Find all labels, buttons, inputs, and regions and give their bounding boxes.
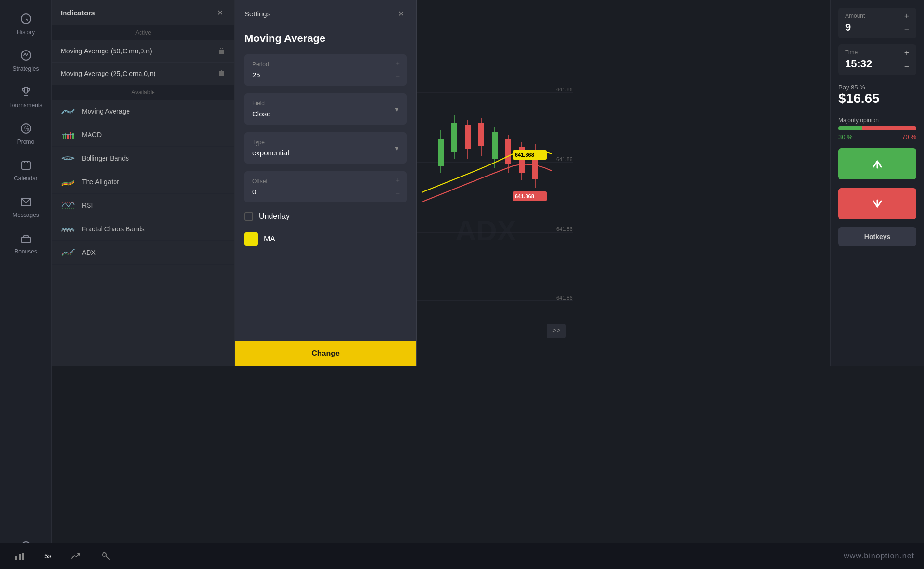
chart-area: 641.868 641.868 641.868 641.868: [417, 0, 573, 366]
sidebar-item-tournaments-label: Tournaments: [9, 102, 42, 109]
indicator-adx[interactable]: ADX: [52, 241, 234, 265]
pay-value: $16.65: [838, 91, 916, 106]
field-dropdown[interactable]: Field Close ▼: [244, 93, 407, 125]
sidebar-item-bonuses[interactable]: Bonuses: [0, 224, 51, 261]
bottom-bar-5s[interactable]: 5s: [39, 549, 56, 563]
period-field: Period 25 + −: [244, 54, 407, 86]
majority-green-pct: 30 %: [838, 133, 853, 140]
indicator-rsi[interactable]: RSI: [52, 194, 234, 217]
offset-field: Offset 0 + −: [244, 171, 407, 202]
sidebar-item-promo-label: Promo: [17, 139, 34, 145]
sidebar-item-calendar-label: Calendar: [14, 175, 38, 182]
active-indicator-1[interactable]: Moving Average (50,C,ma,0,n) 🗑: [52, 40, 234, 63]
type-dropdown[interactable]: Type exponential ▼: [244, 132, 407, 164]
majority-section: Majority opinion 30 % 70 %: [838, 115, 916, 142]
offset-plus-button[interactable]: +: [396, 176, 400, 185]
hotkeys-button[interactable]: Hotkeys: [838, 227, 916, 246]
active-indicator-2[interactable]: Moving Average (25,C,ema,0,n) 🗑: [52, 63, 234, 85]
sidebar-item-strategies-label: Strategies: [13, 65, 38, 72]
indicator-bollinger-bands[interactable]: Bollinger Bands: [52, 147, 234, 170]
sidebar-item-history[interactable]: History: [0, 5, 51, 41]
up-trade-button[interactable]: [838, 148, 916, 179]
settings-close-button[interactable]: ✕: [395, 8, 407, 19]
svg-rect-64: [22, 553, 24, 560]
ma-color-swatch[interactable]: [244, 232, 258, 246]
majority-values: 30 % 70 %: [838, 133, 916, 140]
majority-green-bar: [838, 126, 862, 130]
right-panel: Amount 9 + − Time 15:32 + − Pay 85 % $16…: [830, 0, 924, 366]
settings-indicator-name: Moving Average: [235, 27, 416, 45]
underlay-row: Underlay: [244, 210, 407, 223]
underlay-checkbox[interactable]: [244, 212, 253, 221]
promo-icon: %: [18, 120, 34, 137]
svg-rect-38: [451, 123, 457, 152]
bottom-bar-chart-icon[interactable]: [10, 548, 30, 564]
indicators-panel: Indicators ✕ Active Moving Average (50,C…: [52, 0, 235, 366]
svg-rect-36: [438, 139, 444, 166]
sidebar-item-messages[interactable]: Messages: [0, 188, 51, 224]
svg-rect-26: [417, 0, 573, 366]
svg-rect-6: [22, 162, 30, 169]
indicator-alligator[interactable]: The Alligator: [52, 170, 234, 194]
sidebar-item-promo[interactable]: % Promo: [0, 114, 51, 151]
svg-text:>>: >>: [552, 327, 560, 334]
majority-label: Majority opinion: [838, 117, 916, 124]
indicators-header: Indicators ✕: [52, 0, 234, 25]
svg-text:641.868: 641.868: [556, 87, 573, 92]
ma-color-row: MA: [244, 230, 407, 248]
indicator-macd[interactable]: MACD: [52, 123, 234, 147]
offset-minus-button[interactable]: −: [396, 189, 400, 198]
sidebar-item-messages-label: Messages: [13, 212, 39, 218]
amount-label: Amount: [845, 13, 910, 19]
bottom-bar-trend-icon[interactable]: [66, 548, 86, 564]
offset-label: Offset: [252, 178, 399, 185]
period-plus-button[interactable]: +: [396, 59, 400, 68]
indicator-moving-average[interactable]: Moving Average: [52, 100, 234, 123]
svg-rect-63: [19, 554, 21, 560]
amount-section: Amount 9 + −: [838, 8, 916, 38]
alligator-icon: [61, 177, 75, 187]
available-section-label: Available: [52, 85, 234, 100]
sidebar-item-tournaments[interactable]: Tournaments: [0, 78, 51, 114]
pay-section: Pay 85 % $16.65: [838, 81, 916, 109]
down-trade-button[interactable]: [838, 188, 916, 219]
active-section-label: Active: [52, 25, 234, 40]
svg-rect-42: [478, 123, 484, 146]
active-indicator-1-name: Moving Average (50,C,ma,0,n): [61, 47, 152, 55]
change-button[interactable]: Change: [235, 341, 416, 366]
majority-bar: [838, 126, 916, 130]
svg-text:641.868: 641.868: [556, 156, 573, 162]
left-sidebar: History Strategies Tournaments %: [0, 0, 52, 569]
svg-text:%: %: [24, 126, 29, 132]
watermark: www.binoption.net: [844, 552, 914, 560]
svg-rect-46: [505, 139, 511, 164]
delete-indicator-2-button[interactable]: 🗑: [218, 69, 226, 78]
time-section: Time 15:32 + −: [838, 44, 916, 75]
sidebar-item-history-label: History: [17, 29, 35, 36]
settings-title: Settings: [244, 10, 270, 18]
indicator-macd-label: MACD: [82, 131, 102, 139]
indicator-fractal-chaos[interactable]: Fractal Chaos Bands: [52, 217, 234, 241]
bonuses-icon: [18, 230, 34, 246]
sidebar-item-strategies[interactable]: Strategies: [0, 41, 51, 78]
svg-text:ADX: ADX: [455, 215, 516, 247]
bottom-bar-tools-icon[interactable]: [96, 548, 116, 564]
svg-rect-40: [465, 125, 471, 149]
moving-average-icon: [61, 106, 75, 116]
period-value: 25: [252, 71, 399, 79]
bottom-bar: 5s www.binoption.net: [0, 543, 924, 569]
indicator-adx-label: ADX: [82, 249, 96, 256]
period-minus-button[interactable]: −: [396, 72, 400, 81]
sidebar-item-calendar[interactable]: Calendar: [0, 151, 51, 188]
time-minus-button[interactable]: −: [902, 62, 911, 71]
indicators-close-button[interactable]: ✕: [214, 7, 226, 18]
settings-modal: Settings ✕ Moving Average Period 25 + − …: [235, 0, 417, 366]
svg-rect-44: [492, 132, 498, 159]
time-plus-button[interactable]: +: [902, 48, 911, 58]
amount-minus-button[interactable]: −: [902, 25, 911, 35]
amount-plus-button[interactable]: +: [902, 12, 911, 21]
indicators-title: Indicators: [61, 9, 95, 17]
majority-red-pct: 70 %: [902, 133, 916, 140]
delete-indicator-1-button[interactable]: 🗑: [218, 47, 226, 55]
history-icon: [18, 11, 34, 27]
